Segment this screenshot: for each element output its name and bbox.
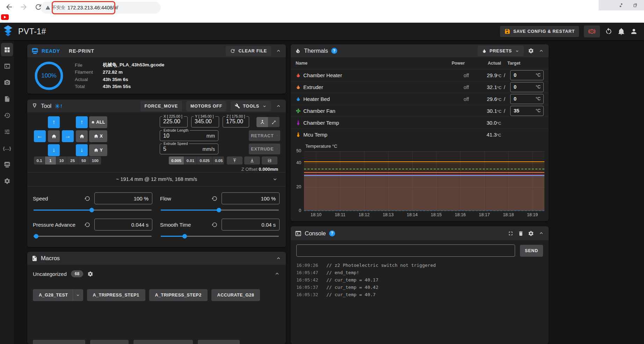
force-move-button[interactable]: FORCE_MOVE xyxy=(140,101,182,111)
speed-slider[interactable] xyxy=(33,207,152,212)
expand-chevron-icon[interactable] xyxy=(272,176,278,182)
browser-extension-icon[interactable] xyxy=(619,2,624,8)
reset-icon[interactable] xyxy=(211,222,217,228)
thermal-target-input[interactable]: 35 °C xyxy=(510,106,544,116)
presets-button[interactable]: PRESETS xyxy=(478,46,524,56)
flow-input[interactable]: 100 % xyxy=(222,192,280,204)
youtube-icon[interactable] xyxy=(1,14,9,20)
sidebar-item-settings[interactable] xyxy=(1,174,13,188)
collapse-chevron-icon[interactable] xyxy=(275,103,282,109)
sidebar-item-console[interactable] xyxy=(1,59,13,73)
smooth-time-input[interactable]: 0.04 s xyxy=(222,219,280,230)
thermals-help-icon[interactable]: ? xyxy=(331,48,337,54)
thermals-chart[interactable]: Temperature °C 5040200 18:1018:1118:1218… xyxy=(291,140,549,221)
extrude-button[interactable]: EXTRUDE xyxy=(249,144,280,154)
z-offset-save-button[interactable] xyxy=(262,156,277,164)
z-position-field[interactable]: Z [ 175.00 ] 175.00 xyxy=(223,116,249,127)
console-settings-gear-icon[interactable] xyxy=(528,230,534,236)
macro-button-partial[interactable] xyxy=(90,340,129,344)
move-step-0.1[interactable]: 0.1 xyxy=(34,156,45,164)
macro-button-partial[interactable] xyxy=(33,340,85,344)
thermal-row-chamber-heater[interactable]: Chamber Heater off 29.9°C/ 0 °C xyxy=(291,69,549,81)
reset-icon[interactable] xyxy=(84,222,90,228)
thermal-row-chamber-fan[interactable]: Chamber Fan 30.1°C/ 35 °C xyxy=(291,105,549,117)
sidebar-item-tune[interactable] xyxy=(1,125,13,138)
sidebar-item-printer[interactable] xyxy=(1,158,13,171)
move-y-minus-button[interactable]: ↓ xyxy=(48,144,60,156)
macro-dropdown-chevron[interactable] xyxy=(73,289,83,301)
move-x-minus-button[interactable]: ← xyxy=(34,130,46,142)
z-offset-down-button[interactable] xyxy=(244,156,260,164)
sidebar-item-dashboard[interactable] xyxy=(1,43,13,56)
extrude-speed-field[interactable]: Extrude Speed 5 mm/s xyxy=(160,144,218,154)
security-chip[interactable]: 不安全 xyxy=(45,5,65,11)
thermals-settings-gear-icon[interactable] xyxy=(528,48,534,54)
sidebar-item-history[interactable] xyxy=(1,109,13,122)
speed-input[interactable]: 100 % xyxy=(94,192,152,204)
macro-button-partial[interactable] xyxy=(133,340,193,344)
move-y-plus-button[interactable]: ↑ xyxy=(48,116,60,128)
y-position-field[interactable]: Y [ 345.00 ] 345.00 xyxy=(191,116,219,127)
home-z-button[interactable] xyxy=(76,130,88,142)
macro-button-a-g28-test[interactable]: A_G28_TEST xyxy=(33,289,83,301)
macro-button-a-tripress-step1[interactable]: A_TRIPRESS_STEP1 xyxy=(87,289,145,301)
trash-icon[interactable] xyxy=(518,230,524,236)
move-step-100[interactable]: 100 xyxy=(89,156,101,164)
requested-speed-summary[interactable]: ~ 191.4 mm @ 12 mm³/s, 168 mm/s xyxy=(27,172,286,186)
move-step-25[interactable]: 25 xyxy=(67,156,78,164)
move-z-plus-button[interactable]: ↑ xyxy=(76,116,88,128)
category-collapse-chevron-icon[interactable] xyxy=(274,271,280,277)
relative-position-icon[interactable] xyxy=(268,117,280,127)
pressure-advance-input[interactable]: 0.044 s xyxy=(94,219,152,230)
browser-forward-icon[interactable] xyxy=(20,3,28,11)
collapse-chevron-icon[interactable] xyxy=(275,48,282,54)
notifications-bell-icon[interactable] xyxy=(617,28,625,35)
url-text[interactable]: 172.23.213.46:4408/#/ xyxy=(67,5,118,10)
thermal-target-input[interactable]: 0 °C xyxy=(510,94,544,104)
smooth-time-slider[interactable] xyxy=(160,234,280,239)
thermal-row-heater-bed[interactable]: Heater Bed off 29.6°C/ 0 °C xyxy=(291,93,549,105)
home-xy-button[interactable] xyxy=(48,130,60,142)
macro-button-a-tripress-step2[interactable]: A_TRIPRESS_STEP2 xyxy=(149,289,208,301)
move-step-1[interactable]: 1 xyxy=(45,156,56,164)
thermal-target-input[interactable]: 0 °C xyxy=(510,70,544,80)
thermals-chart-plot[interactable] xyxy=(304,151,544,211)
motors-off-button[interactable]: MOTORS OFF xyxy=(186,101,226,111)
sidebar-item-jobs[interactable] xyxy=(1,92,13,105)
z-step-0.05[interactable]: 0.05 xyxy=(212,156,224,164)
thermal-row-mcu-temp[interactable]: Mcu Temp 41.3°C xyxy=(291,129,549,140)
host-restart-icon[interactable] xyxy=(605,28,613,35)
collapse-chevron-icon[interactable] xyxy=(538,48,544,54)
console-help-icon[interactable]: ? xyxy=(329,230,335,236)
z-step-0.005[interactable]: 0.005 xyxy=(169,156,184,164)
absolute-position-icon[interactable] xyxy=(256,117,268,127)
z-offset-up-button[interactable] xyxy=(227,156,243,164)
reprint-tab[interactable]: RE-PRINT xyxy=(69,48,94,54)
fullscreen-icon[interactable] xyxy=(508,230,514,236)
home-x-button[interactable]: X xyxy=(89,130,107,142)
tools-dropdown-button[interactable]: TOOLS xyxy=(231,101,271,111)
move-z-minus-button[interactable]: ↓ xyxy=(76,144,88,156)
z-step-0.01[interactable]: 0.01 xyxy=(184,156,197,164)
sidebar-item-camera[interactable] xyxy=(1,76,13,89)
reset-icon[interactable] xyxy=(211,196,217,202)
console-command-input[interactable] xyxy=(296,244,515,257)
address-bar[interactable]: 不安全 172.23.213.46:4408/#/ xyxy=(41,2,161,14)
flow-slider[interactable] xyxy=(160,207,280,212)
thermal-row-extruder[interactable]: Extruder off 32.1°C/ 0 °C xyxy=(291,81,549,93)
home-all-button[interactable]: ALL xyxy=(89,116,107,128)
move-step-10[interactable]: 10 xyxy=(56,156,67,164)
save-config-restart-button[interactable]: SAVE CONFIG & RESTART xyxy=(500,26,579,37)
sidebar-item-configure[interactable]: {…} xyxy=(1,141,13,155)
macro-button-partial[interactable] xyxy=(198,340,240,344)
macro-button-accurate-g28[interactable]: ACCURATE_G28 xyxy=(211,289,260,301)
reset-icon[interactable] xyxy=(84,196,90,202)
pressure-advance-slider[interactable] xyxy=(33,234,152,239)
extrude-length-field[interactable]: Extrude Length 10 mm xyxy=(160,130,218,141)
move-step-50[interactable]: 50 xyxy=(78,156,89,164)
x-position-field[interactable]: X [ 225.00 ] 225.00 xyxy=(160,116,188,127)
thermal-target-input[interactable]: 0 °C xyxy=(510,82,544,92)
thermal-row-chamber-temp[interactable]: Chamber Temp 30.0°C xyxy=(291,117,549,129)
browser-back-icon[interactable] xyxy=(5,3,13,11)
retract-button[interactable]: RETRACT xyxy=(249,130,280,141)
